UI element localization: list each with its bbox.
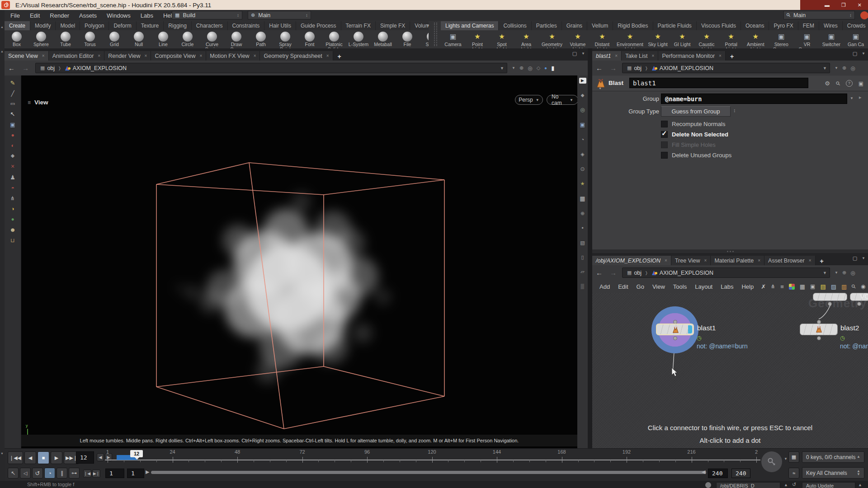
tab-blast1[interactable]: blast1× bbox=[592, 51, 622, 61]
network-menu-add[interactable]: Add bbox=[596, 282, 613, 291]
tab-take-list[interactable]: Take List× bbox=[622, 51, 658, 61]
scoped-channels-button[interactable]: ▦ bbox=[788, 451, 799, 463]
group-type-dropdown[interactable]: Guess from Group bbox=[661, 106, 731, 117]
tab-asset-browser[interactable]: Asset Browser× bbox=[764, 256, 815, 265]
shelf-tool-caustic-light[interactable]: ★Caustic Light bbox=[694, 32, 719, 48]
shelf-tab-particles[interactable]: Particles bbox=[532, 21, 562, 30]
shelf-tab-constraints[interactable]: Constraints bbox=[228, 21, 265, 30]
range-slider-right-handle[interactable]: ◀ bbox=[702, 469, 705, 475]
shelf-tool-font[interactable]: Font bbox=[297, 32, 322, 47]
close-tab-icon[interactable]: × bbox=[199, 53, 202, 58]
checkbox-recompute-normals[interactable]: Recompute Normals bbox=[661, 120, 726, 128]
shelf-tab-polygon[interactable]: Polygon bbox=[80, 21, 109, 30]
pin-icon[interactable]: ⊕ bbox=[842, 66, 846, 70]
tick-marks-icon[interactable]: ∥ bbox=[57, 468, 67, 479]
shelf-tab-deform[interactable]: Deform bbox=[109, 21, 136, 30]
tab-composite-view[interactable]: Composite View× bbox=[151, 51, 206, 61]
shelf-tool-sphere[interactable]: Sphere bbox=[29, 32, 53, 47]
shelf-tool-sky-light[interactable]: ★Sky Light bbox=[646, 32, 670, 47]
tree-icon[interactable]: ⋔ bbox=[771, 284, 775, 289]
group-param-field[interactable]: @name=burn bbox=[661, 94, 847, 104]
mirror-icon[interactable]: ▯ bbox=[581, 255, 584, 260]
prev-frame-icon[interactable]: ◀ bbox=[24, 451, 36, 464]
shelf-tool-file[interactable]: File bbox=[395, 32, 420, 47]
shelf-tab-pyro-fx[interactable]: Pyro FX bbox=[769, 21, 798, 30]
shelf-tab-texture[interactable]: Texture bbox=[137, 21, 164, 30]
keyframe-dot-icon[interactable]: ⊶ bbox=[71, 470, 77, 476]
realtime-toggle-icon[interactable]: ◔ bbox=[48, 470, 52, 476]
shelf-tab-lights-and-cameras[interactable]: Lights and Cameras bbox=[441, 21, 499, 30]
close-tab-icon[interactable]: × bbox=[652, 53, 655, 58]
checkbox-delete-non-selected[interactable]: ✓Delete Non Selected bbox=[661, 130, 728, 138]
scene-viewport[interactable]: ≡ View Persp▼ No cam▼ y x z Left mouse t… bbox=[21, 75, 577, 448]
panel-icon[interactable]: ▣ bbox=[859, 80, 863, 87]
current-frame-field[interactable]: 12 bbox=[76, 451, 94, 464]
spinner-icon[interactable]: ▲ bbox=[858, 483, 862, 487]
toolbox-icon[interactable]: ▥ bbox=[841, 284, 847, 290]
path-root-chip[interactable]: ▦ obj bbox=[38, 65, 57, 71]
close-tab-icon[interactable]: × bbox=[615, 53, 618, 58]
light-icon[interactable]: ★ bbox=[580, 181, 585, 186]
shelf-tab-oceans[interactable]: Oceans bbox=[741, 21, 769, 30]
shelf-tool-draw-curve[interactable]: Draw Curve bbox=[224, 32, 249, 48]
shelf-tab-grains[interactable]: Grains bbox=[562, 21, 587, 30]
checkbox-delete-unused-groups[interactable]: Delete Unused Groups bbox=[661, 151, 731, 159]
shelf-tab-wires[interactable]: Wires bbox=[819, 21, 843, 30]
pane-expand-icon[interactable]: ▲ bbox=[0, 50, 4, 53]
shelf-tool-l-system[interactable]: L-System bbox=[346, 32, 371, 47]
close-tab-icon[interactable]: × bbox=[326, 53, 329, 58]
close-tab-icon[interactable]: × bbox=[758, 258, 760, 263]
pose-icon[interactable]: ⋔ bbox=[10, 196, 15, 201]
network-menu-tools[interactable]: Tools bbox=[670, 282, 690, 291]
window-icon[interactable]: ▣ bbox=[810, 284, 815, 289]
shelf-tool-distant-light[interactable]: ★Distant Light bbox=[590, 32, 614, 48]
tools-icon[interactable]: ✗ bbox=[761, 284, 766, 290]
pin-icon[interactable]: ⊕ bbox=[519, 66, 524, 70]
character-icon[interactable]: ♟ bbox=[10, 174, 15, 180]
forward-arrow-icon[interactable]: → bbox=[606, 64, 620, 72]
close-tab-icon[interactable]: × bbox=[704, 258, 707, 263]
rbd-ball-icon[interactable]: ● bbox=[11, 132, 14, 138]
dropdown-arrow-icon[interactable]: ▼ bbox=[862, 257, 865, 260]
path-root-chip[interactable]: ▦ obj bbox=[625, 270, 643, 276]
search-icon[interactable]: ⚲ bbox=[850, 283, 857, 290]
shelf-tab-particle-fluids[interactable]: Particle Fluids bbox=[653, 21, 697, 30]
blue-dot-icon[interactable]: ● bbox=[544, 66, 547, 70]
delete-icon[interactable]: × bbox=[11, 163, 14, 169]
shelf-tool-torus[interactable]: Torus bbox=[78, 32, 102, 47]
radial-menu-icon[interactable]: ◎ bbox=[850, 270, 855, 276]
shelf-tab-hair-utils[interactable]: Hair Utils bbox=[264, 21, 296, 30]
shelf-tab-rigid-bodies[interactable]: Rigid Bodies bbox=[613, 21, 653, 30]
dropdown-arrow-icon[interactable]: ▼ bbox=[850, 96, 854, 100]
audio-icon[interactable]: ◁ bbox=[20, 468, 31, 479]
shelf-tool-camera[interactable]: ▣Camera bbox=[441, 32, 465, 47]
select-keys-icon[interactable]: ↖ bbox=[11, 470, 15, 476]
shelf-tool-tube[interactable]: Tube bbox=[53, 32, 78, 47]
lock-icon[interactable]: ▣ bbox=[580, 122, 585, 127]
forward-arrow-icon[interactable]: → bbox=[606, 269, 620, 277]
close-tab-icon[interactable]: × bbox=[42, 53, 45, 58]
dot-icon[interactable]: • bbox=[581, 225, 583, 231]
shelf-divider[interactable] bbox=[436, 23, 437, 46]
network-path-field[interactable]: ▦ obj ❭ AXIOM_EXPLOSION ▼ bbox=[622, 267, 830, 278]
back-arrow-icon[interactable]: ← bbox=[5, 64, 19, 72]
sticky-note-icon[interactable]: ▤ bbox=[820, 284, 826, 290]
node-blast1[interactable] bbox=[656, 324, 694, 335]
close-tab-icon[interactable]: × bbox=[809, 258, 811, 263]
range-end-field[interactable]: 240 bbox=[731, 469, 750, 478]
face-icon[interactable]: ☻ bbox=[9, 227, 16, 233]
shelf-tool-environment-light[interactable]: ★Environment Light bbox=[614, 32, 646, 48]
shade-icon[interactable]: ◔ bbox=[581, 137, 584, 142]
playback-start-field[interactable]: 1 bbox=[127, 469, 144, 478]
sphere-green-icon[interactable]: ● bbox=[11, 216, 14, 222]
audio-icon[interactable]: ◁ bbox=[24, 471, 27, 476]
shelf-tool-volume-light[interactable]: ★Volume Light bbox=[566, 32, 590, 48]
desktop-build-selector[interactable]: ▦ Build ↕ bbox=[172, 11, 242, 19]
crosshair-icon[interactable]: ⊕ bbox=[580, 211, 585, 216]
close-tab-icon[interactable]: × bbox=[98, 53, 100, 58]
node-name-field[interactable]: blast1 bbox=[629, 78, 808, 88]
pane-expand-icon[interactable]: ▼ bbox=[0, 452, 4, 455]
pin-icon[interactable]: ⊕ bbox=[842, 270, 846, 275]
paint-icon[interactable]: ◑ bbox=[11, 206, 14, 211]
tab-material-palette[interactable]: Material Palette× bbox=[711, 256, 764, 265]
